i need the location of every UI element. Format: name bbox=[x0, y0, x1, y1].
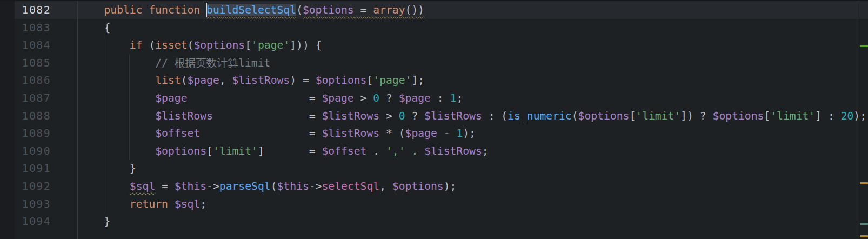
line-number[interactable]: 1094 bbox=[15, 213, 51, 230]
code-token: [ bbox=[764, 110, 770, 122]
code-token: $page bbox=[399, 92, 431, 104]
code-editor[interactable]: 1082108310841085108610871088108910901091… bbox=[0, 0, 868, 239]
code-token: > bbox=[379, 110, 399, 122]
line-number[interactable]: 1090 bbox=[15, 142, 51, 160]
code-token: $page bbox=[322, 92, 353, 104]
code-line[interactable]: list($page, $listRows) = $options['page'… bbox=[78, 71, 424, 89]
text-caret bbox=[206, 3, 207, 17]
code-token bbox=[78, 57, 155, 69]
scrollbar-mark-vcs-changed[interactable] bbox=[860, 223, 868, 225]
code-token: -> bbox=[309, 180, 322, 192]
code-token: $sql bbox=[175, 198, 200, 210]
code-token: $this bbox=[175, 180, 206, 192]
line-number[interactable]: 1088 bbox=[15, 107, 51, 125]
code-token: : ( bbox=[482, 110, 508, 122]
line-number[interactable]: 1082 bbox=[15, 1, 51, 19]
code-token: } bbox=[78, 215, 110, 228]
scrollbar-mark-vcs-added[interactable] bbox=[860, 45, 868, 47]
code-token: 'page' bbox=[373, 74, 411, 87]
code-token: ) = bbox=[290, 74, 315, 87]
code-token bbox=[78, 92, 155, 104]
code-line[interactable]: // 根据页数计算limit bbox=[78, 54, 270, 72]
code-token: 'limit' bbox=[770, 110, 815, 122]
code-token: list bbox=[155, 74, 181, 87]
line-number[interactable]: 1085 bbox=[15, 54, 51, 72]
line-number[interactable]: 1083 bbox=[15, 19, 51, 37]
code-token: $listRows bbox=[322, 110, 379, 122]
line-number[interactable]: 1091 bbox=[15, 160, 51, 177]
code-token: ; bbox=[200, 198, 206, 210]
code-token: $page bbox=[155, 92, 187, 104]
code-token: ])) { bbox=[290, 39, 322, 51]
code-token: 0 bbox=[399, 110, 405, 122]
code-token: isset bbox=[155, 39, 187, 51]
code-token: . bbox=[366, 145, 386, 157]
code-token: $options bbox=[578, 110, 630, 122]
code-token: ( bbox=[572, 110, 578, 122]
line-number[interactable]: 1093 bbox=[15, 195, 51, 213]
code-token: 1 bbox=[456, 127, 463, 140]
code-token bbox=[168, 198, 175, 210]
line-number[interactable]: 1086 bbox=[15, 71, 51, 89]
line-number[interactable]: 1087 bbox=[15, 89, 51, 107]
code-line[interactable]: } bbox=[78, 160, 136, 177]
code-token: ? bbox=[405, 110, 425, 122]
code-token bbox=[78, 145, 155, 157]
annotation-gutter[interactable] bbox=[0, 0, 15, 239]
code-token: -> bbox=[206, 180, 219, 192]
code-token: $options bbox=[303, 4, 354, 16]
code-token bbox=[78, 4, 104, 16]
code-token: $listRows bbox=[155, 110, 213, 122]
code-token: selectSql bbox=[322, 180, 379, 192]
code-token: public function bbox=[104, 4, 206, 16]
code-line[interactable]: } bbox=[78, 213, 110, 230]
code-token: [ bbox=[245, 39, 251, 51]
code-token: > bbox=[354, 92, 373, 104]
code-token bbox=[78, 180, 130, 192]
code-token: [ bbox=[206, 145, 213, 157]
code-line[interactable]: $listRows = $listRows > 0 ? $listRows : … bbox=[78, 107, 866, 125]
code-line[interactable]: $options['limit'] = $offset . ',' . $lis… bbox=[78, 142, 489, 160]
code-line[interactable]: $offset = $listRows * ($page - 1); bbox=[78, 124, 476, 142]
code-line[interactable]: { bbox=[78, 19, 110, 37]
code-token: 'limit' bbox=[213, 145, 258, 157]
line-number[interactable]: 1084 bbox=[15, 36, 51, 54]
code-token: parseSql bbox=[219, 180, 271, 192]
code-token: $this bbox=[277, 180, 309, 192]
line-number[interactable]: 1089 bbox=[15, 124, 51, 142]
code-token: ( bbox=[181, 74, 188, 87]
gutter-separator bbox=[77, 0, 78, 239]
code-token: ( bbox=[143, 39, 156, 51]
code-token: ',' bbox=[386, 145, 405, 157]
code-token: * ( bbox=[379, 127, 405, 140]
code-token: , bbox=[379, 180, 392, 192]
code-line[interactable]: return $sql; bbox=[78, 195, 206, 213]
code-line[interactable]: public function buildSelectSql($options … bbox=[78, 1, 424, 19]
scrollbar-mark-warning[interactable] bbox=[860, 182, 868, 184]
code-token: ); bbox=[853, 110, 866, 122]
code-token: { bbox=[78, 22, 110, 34]
line-number[interactable]: 1092 bbox=[15, 177, 51, 195]
code-token: $listRows bbox=[424, 145, 482, 157]
code-token: ()) bbox=[405, 4, 425, 16]
code-token: ( bbox=[188, 39, 194, 51]
code-token: 1 bbox=[450, 92, 457, 104]
code-token: return bbox=[130, 198, 168, 210]
code-token: $offset bbox=[155, 127, 200, 140]
code-token: = bbox=[200, 127, 322, 140]
code-token: $options bbox=[713, 110, 764, 122]
code-token: 'limit' bbox=[636, 110, 680, 122]
code-token: ]) ? bbox=[680, 110, 712, 122]
code-token: $page bbox=[188, 74, 219, 87]
code-token: $offset bbox=[322, 145, 366, 157]
code-token: ); bbox=[463, 127, 476, 140]
code-line[interactable]: if (isset($options['page'])) { bbox=[78, 36, 322, 54]
code-line[interactable]: $sql = $this->parseSql($this->selectSql,… bbox=[78, 177, 456, 195]
code-token bbox=[78, 74, 155, 87]
code-token: ] : bbox=[815, 110, 840, 122]
code-token: } bbox=[78, 162, 136, 175]
code-line[interactable]: $page = $page > 0 ? $page : 1; bbox=[78, 89, 463, 107]
scrollbar-mark-warning[interactable] bbox=[860, 235, 868, 237]
code-token: $options bbox=[155, 145, 206, 157]
code-token: ]; bbox=[411, 74, 424, 87]
